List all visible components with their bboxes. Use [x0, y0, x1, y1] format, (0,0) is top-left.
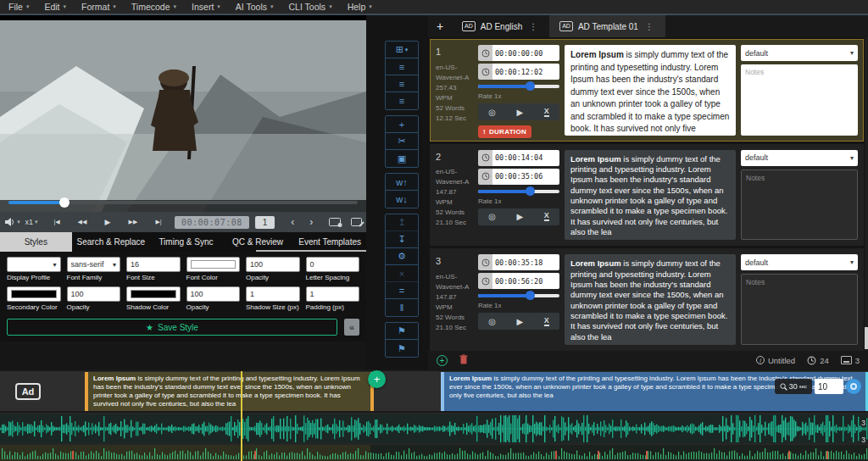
- tab-ad-english[interactable]: AD AD English ⋮: [452, 15, 549, 37]
- add-event-button[interactable]: +: [437, 355, 448, 366]
- tab-menu-icon[interactable]: ⋮: [527, 22, 539, 31]
- generate-audio-button[interactable]: ◎: [488, 108, 496, 117]
- style-input[interactable]: 100: [186, 286, 241, 302]
- paste-event-button[interactable]: ▣: [386, 150, 418, 167]
- menu-timecode[interactable]: Timecode▾: [131, 2, 176, 12]
- tab-ad-template-01[interactable]: AD AD Template 01 ⋮: [549, 15, 665, 37]
- template-select[interactable]: default▾: [741, 150, 858, 166]
- color-swatch-input[interactable]: [7, 286, 61, 302]
- style-input[interactable]: 16: [126, 257, 181, 272]
- timecode-out-input[interactable]: 00:00:12:02: [492, 64, 559, 80]
- caption-preview-toggle[interactable]: [329, 217, 342, 227]
- project-name[interactable]: i Untitled: [756, 356, 795, 365]
- shift-up-button[interactable]: ↥: [386, 214, 418, 231]
- volume-button[interactable]: ▾: [5, 214, 20, 230]
- style-input[interactable]: 1: [306, 286, 360, 302]
- seek-thumb[interactable]: [59, 197, 70, 208]
- add-track-tab-button[interactable]: +: [428, 15, 452, 37]
- caption-track[interactable]: Ad Lorem Ipsum is simply dummy text of t…: [0, 371, 868, 413]
- split-event-button[interactable]: ‖: [386, 299, 418, 316]
- flag-in-button[interactable]: ⚑: [386, 323, 418, 340]
- style-input[interactable]: 100: [67, 286, 121, 302]
- export-audio-button[interactable]: X: [544, 212, 549, 221]
- generate-audio-button[interactable]: ◎: [488, 317, 496, 326]
- clock-icon[interactable]: [478, 254, 492, 270]
- play-event-button[interactable]: ▶: [517, 317, 524, 326]
- save-style-button[interactable]: ★ Save Style: [7, 319, 337, 336]
- color-swatch-input[interactable]: [126, 286, 181, 302]
- insert-event-button[interactable]: +: [386, 116, 418, 133]
- menu-edit[interactable]: Edit▾: [44, 2, 66, 12]
- template-select[interactable]: default▾: [741, 254, 858, 270]
- delete-event-button[interactable]: [459, 354, 468, 366]
- rate-slider[interactable]: [478, 187, 559, 196]
- timecode-out-input[interactable]: 00:00:56:20: [492, 273, 559, 289]
- clock-icon[interactable]: [478, 150, 492, 166]
- align-center-button[interactable]: ≡: [386, 75, 418, 92]
- style-input[interactable]: 100: [246, 257, 300, 272]
- tab-search-replace[interactable]: Search & Replace: [72, 232, 151, 252]
- style-select[interactable]: sans-serif▾: [67, 257, 121, 272]
- event-text-editor[interactable]: Lorem Ipsum is simply dummy text of the …: [565, 254, 736, 345]
- skip-end-button[interactable]: ▶|: [151, 214, 166, 230]
- tab-styles[interactable]: Styles: [0, 232, 72, 252]
- play-event-button[interactable]: ▶: [517, 212, 524, 221]
- tab-event-templates[interactable]: Event Templates: [293, 232, 366, 252]
- fast-forward-button[interactable]: ▶▶: [125, 214, 141, 230]
- playhead[interactable]: [241, 371, 242, 461]
- export-audio-button[interactable]: X: [544, 317, 549, 326]
- skip-start-button[interactable]: |◀: [49, 214, 64, 230]
- event-row-1[interactable]: 1 en-US- Wavenet-A 257.43 WPM 52 Words 1…: [430, 39, 864, 142]
- rate-slider[interactable]: [478, 82, 559, 91]
- flag-out-button[interactable]: ⚑: [386, 340, 418, 357]
- cut-event-button[interactable]: ✂: [386, 133, 418, 150]
- play-event-button[interactable]: ▶: [517, 108, 524, 117]
- notes-input[interactable]: Notes: [741, 169, 858, 241]
- rewind-button[interactable]: ◀◀: [75, 214, 90, 230]
- menu-ai-tools[interactable]: AI Tools▾: [236, 2, 274, 12]
- event-text-editor[interactable]: Lorem Ipsum is simply dummy text of the …: [565, 150, 736, 241]
- timeline-overview[interactable]: [0, 445, 868, 461]
- play-button[interactable]: ▶: [100, 214, 115, 230]
- event-row-2[interactable]: 2 en-US- Wavenet-A 147.87 WPM 52 Words 2…: [430, 144, 864, 247]
- shift-down-button[interactable]: ↧: [386, 231, 418, 248]
- style-input[interactable]: 1: [246, 286, 300, 302]
- notes-input[interactable]: Notes: [741, 64, 858, 136]
- timeline-settings-button[interactable]: [846, 379, 861, 394]
- clock-icon[interactable]: [478, 45, 492, 61]
- align-left-button[interactable]: ≡: [386, 58, 418, 75]
- menu-help[interactable]: Help▾: [348, 2, 372, 12]
- export-audio-button[interactable]: X: [544, 108, 549, 117]
- word-timing-down-button[interactable]: w↓: [386, 191, 418, 208]
- rate-slider[interactable]: [478, 292, 559, 300]
- video-seekbar[interactable]: [8, 198, 358, 207]
- notes-input[interactable]: Notes: [741, 274, 858, 345]
- event-text-editor[interactable]: Lorem Ipsum is simply dummy text of the …: [565, 45, 736, 136]
- timecode-in-input[interactable]: 00:00:14:04: [492, 150, 559, 166]
- timecode-in-input[interactable]: 00:00:00:00: [492, 45, 559, 61]
- style-input[interactable]: 0: [306, 257, 360, 272]
- tab-qc-review[interactable]: QC & Review: [222, 232, 294, 252]
- timecode-in-input[interactable]: 00:00:35:18: [492, 254, 559, 270]
- clock-icon[interactable]: [478, 64, 492, 80]
- menu-file[interactable]: File▾: [8, 2, 29, 12]
- next-event-button[interactable]: ›: [303, 214, 319, 230]
- word-timing-up-button[interactable]: w↑: [386, 174, 418, 191]
- grid-view-menu-button[interactable]: ⊞▾: [386, 42, 418, 58]
- color-swatch-input[interactable]: [186, 257, 241, 272]
- event-clear-button[interactable]: ×: [386, 265, 418, 282]
- timeline-zoom-input[interactable]: 10: [815, 379, 843, 394]
- event-row-3[interactable]: 3 en-US- Wavenet-A 147.87 WPM 52 Words 2…: [430, 248, 864, 351]
- menu-format[interactable]: Format▾: [81, 2, 116, 12]
- menu-cli-tools[interactable]: CLI Tools▾: [289, 2, 332, 12]
- prev-event-button[interactable]: ‹: [285, 214, 300, 230]
- collapse-panel-button[interactable]: «: [344, 319, 359, 336]
- template-select[interactable]: default▾: [741, 45, 858, 61]
- tab-scrollbar[interactable]: [256, 250, 366, 252]
- caption-edit-toggle[interactable]: [351, 217, 364, 227]
- speed-button[interactable]: x1▾: [24, 214, 39, 230]
- menu-insert[interactable]: Insert▾: [192, 2, 220, 12]
- timeline-event-1[interactable]: Lorem Ipsum is simply dummy text of the …: [85, 372, 374, 411]
- audio-waveform[interactable]: [0, 414, 868, 443]
- timeline-zoom-button[interactable]: 30sec: [775, 379, 812, 394]
